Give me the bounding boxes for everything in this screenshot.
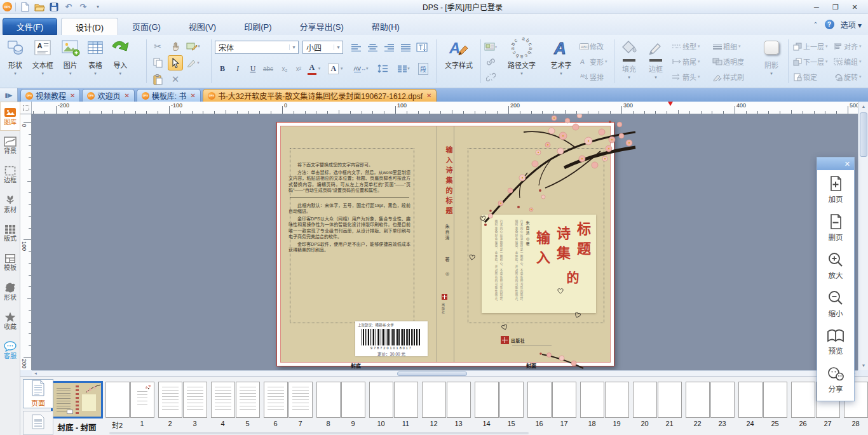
save-file-icon[interactable] [48, 1, 60, 13]
thumbnail-scrollbar[interactable] [109, 432, 529, 434]
insert-shape-button[interactable]: 形状▾ [4, 35, 27, 87]
panel-expander[interactable]: ▮▶ [0, 88, 18, 102]
page-thumbnail[interactable] [763, 382, 787, 418]
insert-table-button[interactable]: 表格▾ [84, 35, 107, 87]
page-thumbnail[interactable] [633, 382, 657, 418]
align-justify-icon[interactable] [398, 39, 413, 55]
menu-view[interactable]: 视图(V) [175, 18, 230, 35]
new-file-icon[interactable] [19, 1, 31, 13]
align-center-icon[interactable] [365, 39, 380, 55]
menu-page[interactable]: 页面(G) [118, 18, 175, 35]
document-tab[interactable]: DPS视频教程✕ [20, 89, 80, 102]
rotate-button[interactable]: 旋转▾ [832, 69, 867, 84]
page-thumbnail[interactable] [236, 382, 260, 418]
menu-design[interactable]: 设计(D) [61, 18, 118, 35]
link-icon[interactable] [483, 54, 498, 69]
scroll-down-icon[interactable]: ▼ [858, 361, 868, 370]
image-text-wrap-icon[interactable]: ▾ [483, 39, 498, 54]
sidebar-item-背景[interactable]: 背景 [0, 131, 20, 160]
float-share-button[interactable]: 分享 [817, 361, 854, 399]
page-thumbnail[interactable] [183, 382, 207, 418]
sidebar-item-模板[interactable]: 模板 [0, 248, 20, 277]
page-thumbnail[interactable] [580, 382, 604, 418]
align-right-icon[interactable] [381, 39, 397, 55]
page-thumbnail[interactable] [605, 382, 629, 418]
page-thumbnail[interactable] [527, 382, 552, 418]
page-thumbnail[interactable] [158, 382, 182, 418]
redo-icon[interactable]: ↷ [78, 1, 89, 13]
import-button[interactable]: 导入▾ [109, 35, 132, 87]
cut-icon[interactable]: ✂ [150, 39, 165, 54]
transform-art-button[interactable]: A变形▾ [578, 54, 613, 69]
scrollbar-thumb[interactable] [860, 112, 867, 157]
font-family-select[interactable]: 宋体▾ [215, 41, 299, 54]
tab-close-icon[interactable]: ✕ [190, 92, 195, 99]
page-thumbnail[interactable] [316, 382, 341, 418]
text-style-button[interactable]: A 文字样式 [438, 35, 479, 87]
horizontal-scrollbar[interactable]: ◄ ► [32, 370, 858, 376]
subscript-button[interactable]: x₂ [277, 62, 292, 76]
spine-title[interactable]: 输入诗集的标题 [437, 142, 454, 221]
options-menu[interactable]: 选项 ▾ [841, 19, 862, 30]
page-thumbnail[interactable] [475, 382, 499, 418]
open-file-icon[interactable] [34, 1, 45, 13]
unlink-icon[interactable] [483, 69, 498, 84]
sidebar-item-边框[interactable]: 边框 [0, 160, 20, 189]
align-objects-button[interactable]: 对齐▾ [832, 39, 867, 54]
fill-button[interactable]: 填充▾ [616, 35, 642, 87]
close-button[interactable]: ✕ [845, 1, 864, 13]
page-thumbnail[interactable] [447, 382, 471, 418]
align-left-icon[interactable] [348, 39, 363, 55]
layout-view-button[interactable] [23, 411, 53, 435]
vertical-scrollbar[interactable]: ▲ ▼ [858, 102, 868, 370]
tab-close-icon[interactable]: ✕ [426, 92, 431, 99]
draw-pen-icon[interactable]: ▾ [186, 55, 201, 70]
style-painter-button[interactable]: 样式刷 [712, 69, 757, 84]
panel-header[interactable]: ✕ [817, 157, 854, 170]
page-thumbnail[interactable] [738, 382, 763, 418]
scroll-up-icon[interactable]: ▲ [858, 102, 868, 111]
picture-edit-icon[interactable]: ▾ [186, 39, 201, 54]
superscript-button[interactable]: x² [291, 62, 306, 76]
hand-tool-icon[interactable] [168, 39, 183, 54]
page-thumbnail[interactable] [552, 382, 576, 418]
menu-share-export[interactable]: 分享导出(S) [286, 18, 358, 35]
float-add-page-button[interactable]: 加页 [817, 170, 854, 208]
paste-icon[interactable] [150, 72, 165, 87]
float-zoom-in-button[interactable]: 放大 [817, 246, 854, 284]
design-canvas[interactable]: 将下面文字替换成您的文字内容即可。方法：单击鼠标，选中框内文字，然后，从word… [32, 114, 858, 370]
page-thumbnail[interactable] [686, 382, 710, 418]
float-preview-button[interactable]: 预览 [817, 323, 854, 361]
sidebar-item-形状[interactable]: 形状 [0, 277, 20, 306]
vertical-layout-button[interactable]: Ab竖排 [578, 69, 613, 84]
tab-close-icon[interactable]: ✕ [124, 92, 129, 99]
strikethrough-button[interactable]: abc [261, 62, 276, 76]
lock-button[interactable]: 锁定 [792, 69, 831, 84]
transparency-button[interactable]: 透明度 [712, 54, 757, 69]
line-style-button[interactable]: 线型▾ [671, 39, 710, 54]
page-thumbnail[interactable] [369, 382, 393, 418]
insert-image-button[interactable]: 图片▾ [59, 35, 82, 87]
restore-button[interactable]: ❐ [826, 1, 845, 13]
collapse-ribbon-icon[interactable]: ⌃ [813, 21, 818, 28]
copy-icon[interactable] [150, 55, 165, 70]
tab-close-icon[interactable]: ✕ [70, 92, 75, 99]
underline-button[interactable]: U [245, 62, 261, 76]
arrow-head-button[interactable]: 箭头▾ [671, 69, 710, 84]
page-thumbnail[interactable] [658, 382, 682, 418]
page-thumbnail[interactable] [791, 382, 815, 418]
delete-icon[interactable]: ✕ [168, 72, 183, 87]
menu-file[interactable]: 文件(F) [3, 18, 57, 35]
page-thumbnail[interactable] [499, 382, 524, 418]
shadow-button[interactable]: 阴影▾ [757, 35, 785, 87]
page-thumbnail[interactable] [211, 382, 235, 418]
document-tab[interactable]: DPS书-大32开软皮平装-散文集诗集回忆录封面190627-1612.dpsf… [203, 89, 437, 102]
insert-textbox-button[interactable]: A 文本框▾ [29, 35, 57, 87]
barcode-block[interactable]: 上架建议：畅销书·文学 9787201018017 定价：30.00 元 [355, 321, 428, 356]
float-delete-page-button[interactable]: 删页 [817, 208, 854, 246]
italic-button[interactable]: I [230, 62, 245, 76]
highlight-color-button[interactable]: A▾ [328, 62, 343, 76]
paragraph-settings-button[interactable]: 段 [416, 62, 431, 76]
bring-forward-button[interactable]: 上一层▾ [792, 39, 831, 54]
close-icon[interactable]: ✕ [844, 160, 850, 168]
